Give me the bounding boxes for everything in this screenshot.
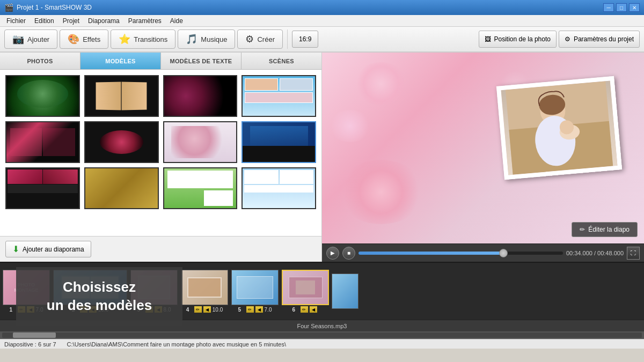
edit-slide-6[interactable]: ✏ bbox=[301, 306, 308, 313]
menu-projet[interactable]: Projet bbox=[58, 16, 84, 26]
edit-diapo-label: Éditer la diapo bbox=[588, 226, 630, 233]
slide-number-1: 1 bbox=[10, 307, 16, 313]
slide-number-5: 5 bbox=[238, 307, 245, 313]
add-to-slideshow-button[interactable]: ⬇ Ajouter au diaporama bbox=[5, 241, 91, 257]
timeline-thumb-7[interactable] bbox=[332, 274, 358, 309]
mute-slide-5[interactable]: ◀ bbox=[255, 306, 263, 313]
titlebar: 🎬 Projet 1 - SmartSHOW 3D ─ □ ✕ bbox=[0, 0, 644, 15]
timeline-item-6: 6 ✏ ◀ bbox=[281, 270, 330, 313]
template-6[interactable] bbox=[84, 121, 159, 163]
preview-canvas: ✏ Éditer la diapo bbox=[322, 53, 644, 243]
tab-photos[interactable]: PHOTOS bbox=[0, 53, 80, 69]
effets-label: Effets bbox=[83, 35, 100, 43]
template-12[interactable] bbox=[241, 167, 316, 209]
ajouter-button[interactable]: 📷 Ajouter bbox=[4, 29, 57, 49]
templates-grid bbox=[0, 70, 321, 236]
timeline: PHOTOMONTAGE 1 ✏ ◀ 7.0 Choisissezun des … bbox=[0, 262, 644, 331]
play-button[interactable]: ▶ bbox=[326, 247, 339, 260]
paint-icon: 🎨 bbox=[68, 33, 79, 45]
music-icon: 🎵 bbox=[186, 33, 197, 45]
transitions-label: Transitions bbox=[134, 35, 167, 43]
menubar: Fichier Edition Projet Diaporama Paramèt… bbox=[0, 15, 644, 27]
position-photo-button[interactable]: 🖼 Position de la photo bbox=[479, 31, 557, 48]
timeline-item-7 bbox=[332, 274, 358, 309]
template-1[interactable] bbox=[5, 75, 80, 117]
aspect-ratio-button[interactable]: 16:9 bbox=[292, 31, 318, 48]
menu-fichier[interactable]: Fichier bbox=[2, 16, 30, 26]
horizontal-scrollbar[interactable] bbox=[0, 331, 644, 339]
duration-4: 10.0 bbox=[213, 307, 223, 313]
effets-button[interactable]: 🎨 Effets bbox=[60, 29, 108, 49]
music-track-name: Four Seasons.mp3 bbox=[297, 323, 347, 329]
progress-fill bbox=[358, 252, 503, 255]
transitions-button[interactable]: ⭐ Transitions bbox=[111, 29, 175, 49]
template-4[interactable] bbox=[241, 75, 316, 117]
menu-diaporama[interactable]: Diaporama bbox=[84, 16, 124, 26]
thumb-visual-4 bbox=[181, 270, 228, 305]
timeline-thumb-4[interactable] bbox=[181, 270, 228, 305]
slide-number-6: 6 bbox=[292, 307, 299, 313]
stop-button[interactable]: ■ bbox=[342, 247, 355, 260]
creer-button[interactable]: ⚙ Créer bbox=[237, 29, 283, 49]
timeline-item-4: 4 ✏ ◀ 10.0 bbox=[180, 270, 229, 313]
petal-3 bbox=[328, 110, 371, 142]
timeline-item-5: 5 ✏ ◀ 7.0 bbox=[231, 270, 279, 313]
mute-slide-4[interactable]: ◀ bbox=[203, 306, 211, 313]
window-title: Projet 1 - SmartSHOW 3D bbox=[17, 4, 603, 11]
total-time: 00:48.000 bbox=[597, 250, 624, 256]
flower-decoration-2 bbox=[354, 62, 408, 105]
tab-modeles[interactable]: MODÈLES bbox=[80, 53, 161, 69]
separator bbox=[287, 29, 288, 49]
template-5[interactable] bbox=[5, 121, 80, 163]
parametres-projet-button[interactable]: ⚙ Paramètres du projet bbox=[559, 31, 640, 48]
slide-number-4: 4 bbox=[186, 307, 193, 313]
template-9[interactable] bbox=[5, 167, 80, 209]
progress-handle[interactable] bbox=[499, 249, 508, 257]
scroll-thumb[interactable] bbox=[13, 333, 56, 338]
add-icon: ⬇ bbox=[12, 244, 19, 254]
creer-label: Créer bbox=[257, 35, 275, 43]
mute-slide-6[interactable]: ◀ bbox=[310, 306, 317, 313]
progress-bar[interactable] bbox=[358, 252, 563, 255]
main-toolbar: 📷 Ajouter 🎨 Effets ⭐ Transitions 🎵 Musiq… bbox=[0, 27, 644, 53]
musique-button[interactable]: 🎵 Musique bbox=[178, 29, 235, 49]
current-time: 00:34.000 bbox=[566, 250, 592, 256]
position-label: Position de la photo bbox=[494, 35, 551, 43]
template-11[interactable] bbox=[163, 167, 238, 209]
preview-photo-frame bbox=[496, 76, 622, 180]
camera-icon: 📷 bbox=[12, 33, 24, 45]
scroll-track[interactable] bbox=[2, 333, 642, 338]
menu-parametres[interactable]: Paramètres bbox=[124, 16, 166, 26]
timeline-thumb-6[interactable] bbox=[282, 270, 329, 305]
template-10[interactable] bbox=[84, 167, 159, 209]
star-icon: ⭐ bbox=[119, 33, 130, 45]
edit-slide-4[interactable]: ✏ bbox=[194, 306, 202, 313]
slide-info: Diapositive : 6 sur 7 bbox=[4, 341, 56, 348]
timeline-thumb-5[interactable] bbox=[231, 270, 279, 305]
template-8[interactable] bbox=[241, 121, 316, 163]
tab-scenes[interactable]: SCÈNES bbox=[241, 53, 321, 69]
settings-icon: ⚙ bbox=[565, 35, 570, 43]
gear-icon: ⚙ bbox=[245, 33, 254, 45]
timeline-controls-5: 5 ✏ ◀ 7.0 bbox=[238, 306, 272, 313]
pencil-icon: ✏ bbox=[580, 226, 585, 233]
edit-diapo-button[interactable]: ✏ Éditer la diapo bbox=[572, 222, 638, 237]
template-3[interactable] bbox=[163, 75, 238, 117]
template-7[interactable] bbox=[163, 121, 238, 163]
timeline-tracks: PHOTOMONTAGE 1 ✏ ◀ 7.0 Choisissezun des … bbox=[0, 263, 644, 320]
flower-decoration-1 bbox=[338, 160, 424, 224]
tab-modeles-texte[interactable]: MODÈLES DE TEXTE bbox=[161, 53, 241, 69]
template-2[interactable] bbox=[84, 75, 159, 117]
maximize-button[interactable]: □ bbox=[616, 3, 627, 12]
thumb-visual-5 bbox=[232, 270, 278, 305]
menu-aide[interactable]: Aide bbox=[166, 16, 187, 26]
edit-slide-5[interactable]: ✏ bbox=[246, 306, 254, 313]
time-display: 00:34.000 / 00:48.000 bbox=[566, 250, 624, 256]
fullscreen-button[interactable]: ⛶ bbox=[627, 247, 640, 260]
close-button[interactable]: ✕ bbox=[629, 3, 640, 12]
preview-photo-content bbox=[501, 81, 617, 175]
left-panel: PHOTOS MODÈLES MODÈLES DE TEXTE SCÈNES bbox=[0, 53, 322, 262]
preview-area: ✏ Éditer la diapo ▶ ■ 00:34.000 / 00:48.… bbox=[322, 53, 644, 262]
minimize-button[interactable]: ─ bbox=[603, 3, 614, 12]
menu-edition[interactable]: Edition bbox=[30, 16, 58, 26]
